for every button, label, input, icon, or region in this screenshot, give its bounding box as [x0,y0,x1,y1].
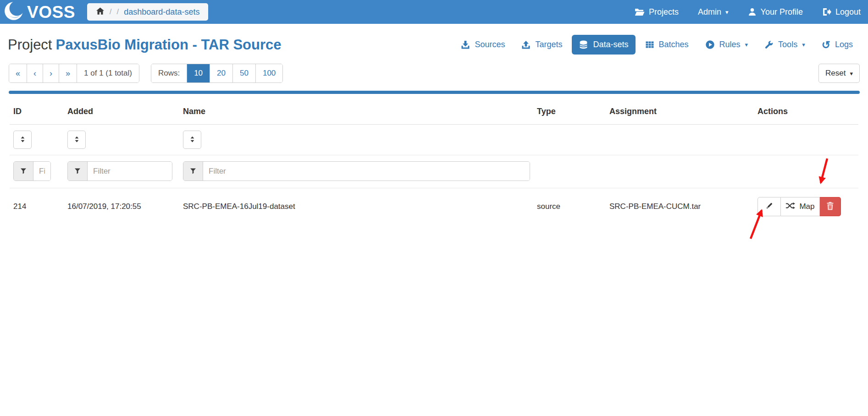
tab-data-sets[interactable]: Data-sets [572,35,635,55]
tab-rules[interactable]: Rules ▾ [698,35,755,55]
id-filter-group [13,161,51,181]
breadcrumb: / / dashboard-data-sets [87,3,209,21]
wrench-icon [764,40,774,49]
nav-label: Logout [835,7,861,17]
funnel-icon[interactable] [14,162,33,181]
voss-logo[interactable]: VOSS [4,0,75,24]
view-tabs: Sources Targets [454,35,860,55]
breadcrumb-current[interactable]: dashboard-data-sets [124,7,199,17]
play-circle-icon [705,40,715,49]
tab-batches[interactable]: Batches [638,35,696,55]
sort-name-button[interactable] [183,131,201,149]
nav-logout[interactable]: Logout [822,7,861,17]
column-header-id[interactable]: ID [10,97,64,125]
history-icon: ↺ [822,42,830,48]
nav-projects[interactable]: Projects [635,7,679,17]
name-filter-input[interactable] [203,162,530,181]
top-navbar: VOSS / / dashboard-data-sets Projects Ad… [0,0,868,24]
last-page-button[interactable]: » [59,64,77,82]
column-header-type: Type [533,97,606,125]
trash-icon [826,202,834,212]
home-icon[interactable] [96,7,105,17]
cell-assignment: SRC-PB-EMEA-CUCM.tar [606,188,754,225]
caret-down-icon: ▾ [725,9,729,15]
sort-controls-row [10,125,858,155]
tab-label: Data-sets [593,40,628,49]
cell-type: source [533,188,606,225]
table-toolbar: « ‹ › » 1 of 1 (1 total) Rows: 10 20 50 … [9,64,860,83]
rows-option-10[interactable]: 10 [187,64,210,82]
rows-option-50[interactable]: 50 [233,64,256,82]
delete-button[interactable] [820,197,841,216]
reset-button[interactable]: Reset ▾ [818,64,860,83]
funnel-icon[interactable] [183,162,203,181]
cell-added: 16/07/2019, 17:20:55 [64,188,179,225]
rows-label: Rows: [151,64,187,82]
map-button-label: Map [799,202,814,211]
nav-label: Projects [649,7,679,17]
page-title-prefix: Project [8,37,52,53]
tab-label: Targets [535,40,562,49]
id-filter-input[interactable] [33,162,50,181]
breadcrumb-separator: / [117,7,119,16]
data-sets-table: ID Added Name Type Assignment Actions [10,97,858,225]
sort-icon [19,135,27,145]
user-icon [748,7,757,16]
sort-icon [73,135,81,145]
tab-targets[interactable]: Targets [514,35,569,55]
sign-out-icon [822,7,831,16]
logo-text: VOSS [27,4,75,21]
page-title: ProjectPaxusBio Migration - TAR Source [8,37,282,53]
breadcrumb-separator: / [110,7,112,16]
tab-label: Rules [719,40,741,49]
tab-label: Tools [778,40,797,49]
filter-controls-row [10,155,858,188]
database-icon [579,40,588,49]
added-filter-input[interactable] [88,162,172,181]
cell-name: SRC-PB-EMEA-16Jul19-dataset [179,188,533,225]
funnel-icon[interactable] [68,162,88,181]
folder-open-icon [635,8,645,16]
project-name: PaxusBio Migration - TAR Source [55,37,281,53]
nav-admin[interactable]: Admin ▾ [698,7,729,17]
section-divider [9,91,860,94]
caret-down-icon: ▾ [745,42,748,48]
reset-label: Reset [825,69,846,78]
first-page-button[interactable]: « [9,64,27,82]
column-header-name[interactable]: Name [179,97,533,125]
name-filter-group [183,161,530,181]
nav-label: Your Profile [761,7,803,17]
rows-per-page-group: Rows: 10 20 50 100 [151,64,283,83]
edit-button[interactable] [757,197,781,216]
rows-option-20[interactable]: 20 [210,64,233,82]
column-header-actions: Actions [754,97,858,125]
table-grid-icon [645,40,654,49]
sort-added-button[interactable] [67,131,86,149]
page-status: 1 of 1 (1 total) [77,64,139,82]
caret-down-icon: ▾ [802,42,805,48]
nav-your-profile[interactable]: Your Profile [748,7,803,17]
column-header-assignment: Assignment [606,97,754,125]
row-actions: Map [757,197,841,216]
table-header-row: ID Added Name Type Assignment Actions [10,97,858,125]
download-icon [461,40,470,49]
tab-tools[interactable]: Tools ▾ [757,35,812,55]
tab-sources[interactable]: Sources [454,35,512,55]
prev-page-button[interactable]: ‹ [27,64,43,82]
rows-option-100[interactable]: 100 [256,64,282,82]
tab-label: Batches [659,40,689,49]
navbar-links: Projects Admin ▾ Your Profile Logout [635,7,861,17]
column-header-added[interactable]: Added [64,97,179,125]
pencil-icon [765,202,774,212]
tab-logs[interactable]: ↺ Logs [815,35,860,55]
cell-id: 214 [10,188,64,225]
voss-crescent-icon [4,0,26,24]
sort-id-button[interactable] [13,131,32,149]
page-header: ProjectPaxusBio Migration - TAR Source S… [0,35,868,55]
added-filter-group [67,161,172,181]
next-page-button[interactable]: › [43,64,59,82]
upload-icon [521,40,531,49]
caret-down-icon: ▾ [850,71,853,77]
nav-label: Admin [698,7,721,17]
map-button[interactable]: Map [781,197,820,216]
